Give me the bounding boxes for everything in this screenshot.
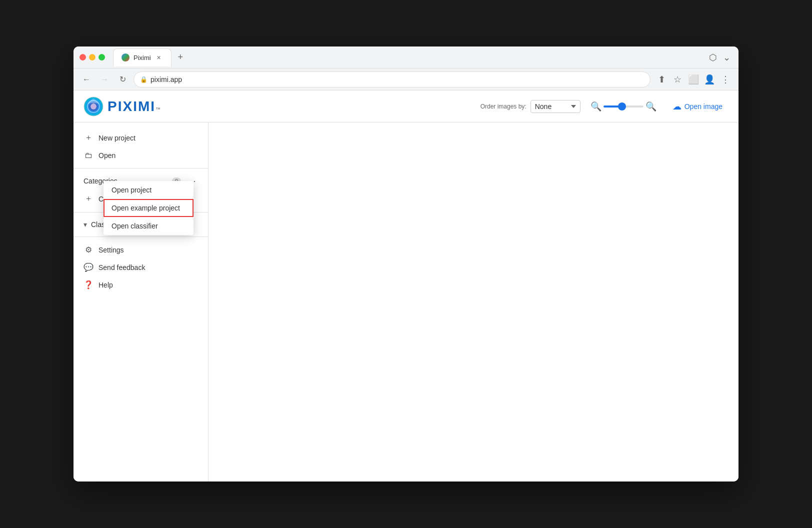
dropdown-item-open-project[interactable]: Open project <box>104 181 194 199</box>
sidebar-divider-3 <box>74 236 208 237</box>
logo-text: PIXIMI <box>108 98 156 114</box>
bookmark-icon[interactable]: ☆ <box>670 72 684 86</box>
help-icon: ❓ <box>84 280 94 290</box>
settings-gear-icon: ⚙ <box>84 245 94 254</box>
open-dropdown-menu: Open project Open example project Open c… <box>104 181 194 235</box>
url-text: piximi.app <box>150 76 182 84</box>
refresh-button[interactable]: ↻ <box>116 72 130 86</box>
main-layout: ＋ New project 🗀 Open Open project Open e… <box>74 122 738 482</box>
open-image-button[interactable]: ☁ Open image <box>666 98 728 115</box>
logo-icon <box>84 96 104 116</box>
send-feedback-label: Send feedback <box>98 264 145 272</box>
back-button[interactable]: ← <box>80 72 94 86</box>
menu-icon[interactable]: ⋮ <box>718 72 732 86</box>
zoom-controls: 🔍 🔍 <box>590 101 656 112</box>
address-bar[interactable]: 🔒 piximi.app <box>134 72 650 88</box>
tab-bar: Piximi × + <box>113 48 703 66</box>
new-project-label: New project <box>98 134 136 142</box>
maximize-window-button[interactable] <box>98 54 105 60</box>
share-icon[interactable]: ⬆ <box>654 72 668 86</box>
main-content <box>208 122 738 482</box>
plus-icon: ＋ <box>84 132 94 143</box>
zoom-in-icon: 🔍 <box>646 101 656 112</box>
dropdown-item-open-classifier[interactable]: Open classifier <box>104 217 194 235</box>
folder-icon: 🗀 <box>84 151 94 160</box>
tab-close-button[interactable]: × <box>155 54 163 62</box>
lock-icon: 🔒 <box>140 76 148 83</box>
feedback-icon: 💬 <box>84 262 94 272</box>
tab-title: Piximi <box>134 54 151 62</box>
cloud-upload-icon: ☁ <box>672 101 682 112</box>
order-images-select[interactable]: None Date Name <box>530 100 580 113</box>
order-images-label: Order images by: <box>480 103 526 110</box>
tab-favicon <box>122 54 130 62</box>
tab-overview-icon[interactable]: ⬜ <box>686 72 700 86</box>
window-minimize-icon[interactable]: ⬡ <box>707 50 719 65</box>
title-bar-controls: ⬡ ⌄ <box>707 50 732 65</box>
forward-button[interactable]: → <box>98 72 112 86</box>
profile-icon[interactable]: 👤 <box>702 72 716 86</box>
sidebar-item-open[interactable]: 🗀 Open Open project Open example project… <box>74 147 208 164</box>
window-settings-icon[interactable]: ⌄ <box>721 50 732 65</box>
zoom-slider[interactable] <box>604 106 644 108</box>
sidebar-item-help[interactable]: ❓ Help <box>74 276 208 294</box>
open-image-label: Open image <box>684 102 722 110</box>
nav-bar: ← → ↻ 🔒 piximi.app ⬆ ☆ ⬜ 👤 ⋮ <box>74 68 738 90</box>
logo-tm: ™ <box>156 106 160 112</box>
zoom-out-icon: 🔍 <box>590 101 602 112</box>
nav-right-icons: ⬆ ☆ ⬜ 👤 ⋮ <box>654 72 732 86</box>
chevron-down-icon: ▾ <box>84 220 87 228</box>
app-container: PIXIMI ™ Order images by: None Date Name… <box>74 90 738 482</box>
app-header: PIXIMI ™ Order images by: None Date Name… <box>74 90 738 122</box>
order-images-control: Order images by: None Date Name <box>480 100 580 113</box>
sidebar-divider-1 <box>74 168 208 168</box>
browser-tab[interactable]: Piximi × <box>113 48 172 66</box>
sidebar: ＋ New project 🗀 Open Open project Open e… <box>74 122 208 482</box>
new-tab-button[interactable]: + <box>174 50 188 64</box>
traffic-lights <box>80 54 105 60</box>
create-plus-icon: ＋ <box>84 194 94 204</box>
piximi-logo: PIXIMI ™ <box>84 96 160 116</box>
dropdown-item-open-example-project[interactable]: Open example project <box>104 199 194 217</box>
sidebar-item-send-feedback[interactable]: 💬 Send feedback <box>74 258 208 276</box>
settings-label: Settings <box>98 246 124 254</box>
open-label: Open <box>98 152 116 160</box>
sidebar-item-settings[interactable]: ⚙ Settings <box>74 241 208 258</box>
minimize-window-button[interactable] <box>89 54 96 60</box>
help-label: Help <box>98 281 113 289</box>
sidebar-item-new-project[interactable]: ＋ New project <box>74 128 208 147</box>
close-window-button[interactable] <box>80 54 86 60</box>
title-bar: Piximi × + ⬡ ⌄ <box>74 46 738 68</box>
svg-point-2 <box>90 104 96 110</box>
